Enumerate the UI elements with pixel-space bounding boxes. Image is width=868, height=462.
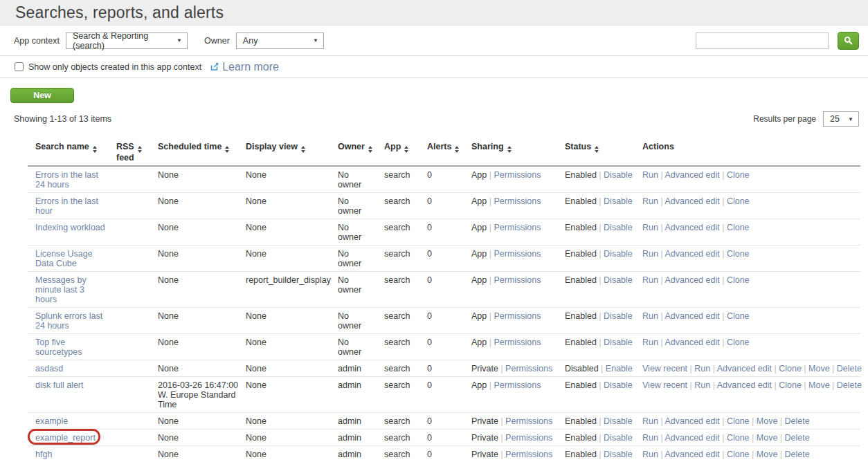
search-name-link[interactable]: example_report <box>35 433 96 443</box>
search-name-link[interactable]: example <box>35 416 68 426</box>
sort-icon[interactable] <box>507 146 512 153</box>
column-header-rss-feed[interactable]: RSSfeed <box>109 138 151 166</box>
permissions-link[interactable]: Permissions <box>494 338 541 347</box>
action-link-clone[interactable]: Clone <box>727 196 750 206</box>
sort-icon[interactable] <box>595 146 599 153</box>
status-toggle-link-disable[interactable]: Disable <box>604 170 633 180</box>
owner-select[interactable]: Any ▼ <box>236 33 324 49</box>
permissions-link[interactable]: Permissions <box>494 311 541 321</box>
action-link-move[interactable]: Move <box>808 380 830 390</box>
column-header-sharing[interactable]: Sharing <box>464 138 558 166</box>
column-header-scheduled-time[interactable]: Scheduled time <box>151 138 239 166</box>
action-link-run[interactable]: Run <box>642 275 658 285</box>
permissions-link[interactable]: Permissions <box>494 170 541 180</box>
action-link-advanced-edit[interactable]: Advanced edit <box>664 338 719 347</box>
action-link-clone[interactable]: Clone <box>727 223 750 232</box>
action-link-clone[interactable]: Clone <box>727 450 750 459</box>
action-link-move[interactable]: Move <box>757 433 778 443</box>
app-context-only-checkbox[interactable] <box>15 62 24 71</box>
search-name-link[interactable]: disk full alert <box>35 380 83 390</box>
action-link-advanced-edit[interactable]: Advanced edit <box>664 249 719 259</box>
search-name-link[interactable]: Errors in the last 24 hours <box>35 170 98 190</box>
action-link-run[interactable]: Run <box>642 249 658 259</box>
permissions-link[interactable]: Permissions <box>494 249 541 259</box>
action-link-advanced-edit[interactable]: Advanced edit <box>664 275 719 285</box>
column-header-search-name[interactable]: Search name <box>28 138 109 166</box>
action-link-delete[interactable]: Delete <box>837 380 862 390</box>
action-link-clone[interactable]: Clone <box>727 275 750 285</box>
app-context-select[interactable]: Search & Reporting (search) ▼ <box>66 33 188 49</box>
action-link-clone[interactable]: Clone <box>779 364 802 373</box>
search-name-link[interactable]: hfgh <box>35 450 52 459</box>
action-link-clone[interactable]: Clone <box>727 416 750 426</box>
action-link-run[interactable]: Run <box>694 364 710 373</box>
action-link-advanced-edit[interactable]: Advanced edit <box>664 170 719 180</box>
permissions-link[interactable]: Permissions <box>494 196 541 206</box>
action-link-advanced-edit[interactable]: Advanced edit <box>717 380 772 390</box>
action-link-run[interactable]: Run <box>642 311 658 321</box>
permissions-link[interactable]: Permissions <box>494 275 541 285</box>
action-link-advanced-edit[interactable]: Advanced edit <box>664 223 719 232</box>
action-link-advanced-edit[interactable]: Advanced edit <box>664 433 719 443</box>
sort-icon[interactable] <box>93 146 97 153</box>
action-link-run[interactable]: Run <box>642 196 658 206</box>
sort-icon[interactable] <box>368 146 372 153</box>
action-link-run[interactable]: Run <box>694 380 710 390</box>
search-name-link[interactable]: Indexing workload <box>35 223 105 232</box>
search-name-link[interactable]: Messages by minute last 3 hours <box>35 275 87 304</box>
permissions-link[interactable]: Permissions <box>494 223 541 232</box>
status-toggle-link-disable[interactable]: Disable <box>604 223 633 232</box>
column-header-display-view[interactable]: Display view <box>239 138 331 166</box>
sort-icon[interactable] <box>301 146 305 153</box>
search-name-link[interactable]: asdasd <box>35 364 63 373</box>
sort-icon[interactable] <box>455 146 459 153</box>
action-link-run[interactable]: Run <box>642 450 658 459</box>
search-name-link[interactable]: Errors in the last hour <box>35 196 98 216</box>
status-toggle-link-disable[interactable]: Disable <box>604 450 633 459</box>
permissions-link[interactable]: Permissions <box>505 433 552 443</box>
learn-more-link[interactable]: Learn more <box>210 61 279 73</box>
results-per-page-select[interactable]: 25 ▼ <box>823 111 859 127</box>
status-toggle-link-disable[interactable]: Disable <box>604 416 633 426</box>
action-link-run[interactable]: Run <box>642 416 658 426</box>
action-link-clone[interactable]: Clone <box>727 433 750 443</box>
sort-icon[interactable] <box>138 146 142 153</box>
action-link-advanced-edit[interactable]: Advanced edit <box>664 311 719 321</box>
action-link-clone[interactable]: Clone <box>727 170 750 180</box>
action-link-run[interactable]: Run <box>642 433 658 443</box>
new-button[interactable]: New <box>10 88 74 103</box>
action-link-run[interactable]: Run <box>642 223 658 232</box>
action-link-advanced-edit[interactable]: Advanced edit <box>664 196 719 206</box>
action-link-delete[interactable]: Delete <box>785 433 810 443</box>
column-header-status[interactable]: Status <box>558 138 635 166</box>
action-link-view-recent[interactable]: View recent <box>642 364 687 373</box>
status-toggle-link-disable[interactable]: Disable <box>604 311 633 321</box>
action-link-clone[interactable]: Clone <box>727 338 750 347</box>
search-name-link[interactable]: Top five sourcetypes <box>35 338 82 357</box>
action-link-clone[interactable]: Clone <box>727 249 750 259</box>
action-link-delete[interactable]: Delete <box>785 450 810 459</box>
column-header-app[interactable]: App <box>377 138 420 166</box>
status-toggle-link-disable[interactable]: Disable <box>604 338 633 347</box>
permissions-link[interactable]: Permissions <box>505 450 552 459</box>
status-toggle-link-disable[interactable]: Disable <box>604 275 633 285</box>
status-toggle-link-disable[interactable]: Disable <box>604 249 633 259</box>
action-link-advanced-edit[interactable]: Advanced edit <box>664 416 719 426</box>
action-link-move[interactable]: Move <box>808 364 830 373</box>
search-button[interactable] <box>838 32 859 50</box>
status-toggle-link-disable[interactable]: Disable <box>604 380 633 390</box>
action-link-move[interactable]: Move <box>757 416 778 426</box>
action-link-advanced-edit[interactable]: Advanced edit <box>664 450 719 459</box>
action-link-advanced-edit[interactable]: Advanced edit <box>717 364 772 373</box>
action-link-move[interactable]: Move <box>757 450 778 459</box>
permissions-link[interactable]: Permissions <box>505 416 552 426</box>
action-link-run[interactable]: Run <box>642 170 658 180</box>
permissions-link[interactable]: Permissions <box>494 380 541 390</box>
permissions-link[interactable]: Permissions <box>505 364 552 373</box>
sort-icon[interactable] <box>404 146 408 153</box>
search-name-link[interactable]: License Usage Data Cube <box>35 249 93 268</box>
status-toggle-link-disable[interactable]: Disable <box>604 196 633 206</box>
action-link-run[interactable]: Run <box>642 338 658 347</box>
status-toggle-link-disable[interactable]: Disable <box>604 433 633 443</box>
action-link-view-recent[interactable]: View recent <box>642 380 687 390</box>
